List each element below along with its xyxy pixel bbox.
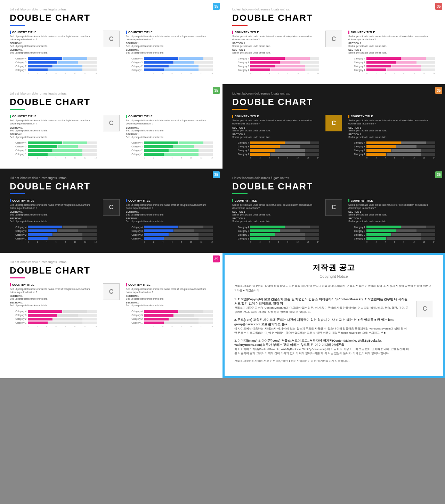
slide-2-title: DOUBLE CHART (232, 13, 435, 23)
country-title-1a: COUNTRY TITLE (10, 31, 97, 34)
slide-number-4: 35 (435, 87, 442, 94)
slide-2-underline (232, 25, 248, 26)
slide-1: 35 Lid est laborum dolo rumes fugats unt… (0, 0, 222, 84)
section-text-1a: Sed ut perspiciatis unde omnis iste. (10, 44, 97, 48)
slide-copyright: 저작권 공고 Copyright Notice 건물소 서울은 이것이라 합법이… (222, 253, 445, 378)
slide-6: 35 Lid est laborum dolo rumes fugats unt… (222, 169, 445, 253)
copyright-title: 저작권 공고 (234, 262, 433, 273)
slide-number-1: 35 (213, 3, 220, 10)
slide-1-underline (10, 25, 25, 26)
section-text-1b: Sed ut perspiciatis unde omnis iste. (10, 51, 97, 54)
slide-2-subtitle: Lid est laborum dolo rumes fugats untras… (232, 8, 435, 11)
logo-1: C (103, 31, 120, 47)
section-label-1a: SECTION 1 (10, 42, 97, 44)
copyright-s3-text: 이 이미지이 허가된(ContentMaker.kr, WalkByBooks.… (234, 347, 410, 356)
copyright-s2-title: 2. 폰트(Font) 포함된 사이트에 폰트는 사전에 저작권이 있는 없습니… (234, 318, 410, 327)
slide-number-2: 35 (435, 3, 442, 10)
logo-3: C (103, 115, 120, 131)
country-text-1b: Sed ut perspiciatis unde omnis iste natu… (126, 35, 213, 41)
logo-2: C (325, 31, 342, 47)
slide-7: 35 Lid est laborum dolo rumes fugats unt… (0, 253, 222, 378)
logo-5: C (103, 199, 120, 216)
copyright-subtitle: Copyright Notice (234, 274, 433, 278)
slide-number-3: 35 (213, 87, 220, 94)
logo-7: C (103, 283, 120, 300)
slide-2: 35 Lid est laborum dolo rumes fugats unt… (222, 0, 445, 84)
slide-3: 35 Lid est laborum dolo rumes fugats unt… (0, 84, 222, 168)
copyright-s1-text: 건물소가 저작권도 이것(ContentMaker.kr)에 대의되어 있는 경… (234, 306, 410, 314)
section-label-1b: SECTION 1 (10, 49, 97, 51)
slide-4: 35 Lid est laborum dolo rumes fugats unt… (222, 84, 445, 168)
slide-5: 35 Lid est laborum dolo rumes fugats unt… (0, 169, 222, 253)
copyright-s3-title: 3. 이미지(Image) & 아이콘(Icons) 건물소 서로이 로고, 저… (234, 339, 410, 348)
logo-6: C (325, 199, 342, 216)
slide-1-title: DOUBLE CHART (10, 13, 213, 23)
country-title-1b: COUNTRY TITLE (126, 31, 213, 34)
copyright-logo-box: C (416, 301, 433, 317)
copyright-s2-text: 이 사이트에서 이용하는 사례는(사 에서이)에 있는 없는지 무료로 사용할 … (234, 327, 410, 335)
country-title-2a: COUNTRY TITLE (232, 31, 319, 34)
logo-4: C (325, 115, 342, 131)
country-text-1a: Sed ut perspiciatis unde omnis iste natu… (10, 35, 97, 41)
copyright-s1-title: 1. 저작권(Copyright) 보고 건물소가 표준 및 자연인이 건물소 … (234, 297, 410, 306)
copyright-footer: 건물소 서로이하시이는 서로 이전 세상 어떤 ■ 이미지이하이이이 이 허가된… (234, 359, 410, 363)
bar-chart-1b: Category 4 Category 3 Category 2 Categor… (126, 57, 213, 74)
slide-1-subtitle: Lid est laborum dolo rumes fugats untras… (10, 8, 213, 11)
bar-chart-1a: Category 4 Category 3 Category 2 Categor… (10, 57, 97, 74)
copyright-intro: 건물소 서울은 이것이라 합법이 성립 합법도 표현물을 제작하여 왔으니 하겠… (234, 284, 433, 293)
